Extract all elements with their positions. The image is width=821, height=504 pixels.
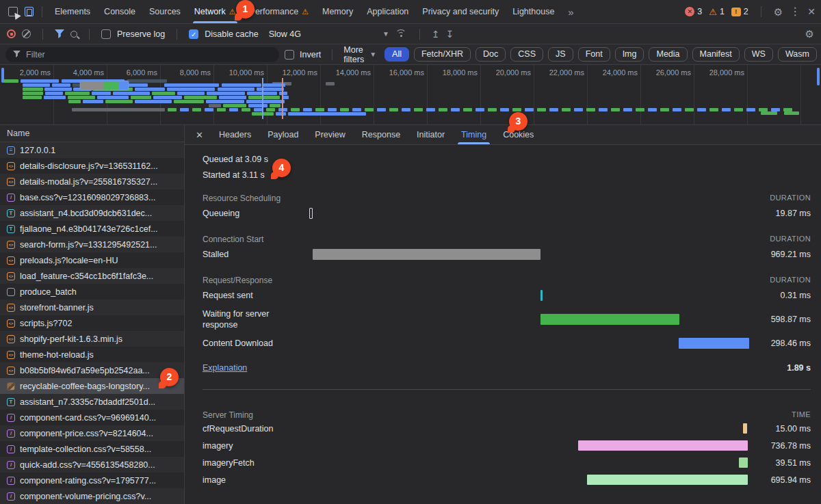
overview-scroll-indicator[interactable] <box>817 68 820 85</box>
network-settings-gear-icon[interactable]: ⚙ <box>805 29 814 39</box>
request-row[interactable]: /component-rating.css?v=1795777... <box>0 473 184 488</box>
panel-tab-application[interactable]: Application <box>360 0 415 23</box>
preserve-log-label[interactable]: Preserve log <box>117 29 165 39</box>
request-row[interactable]: <>shopify-perf-kit-1.6.3.min.js <box>0 331 184 347</box>
timeline-tick-label: 22,000 ms <box>535 68 584 77</box>
timing-value: 0.31 ms <box>781 291 811 300</box>
request-row[interactable]: <>scripts.js?702 <box>0 315 184 331</box>
network-conditions-icon[interactable] <box>395 29 408 38</box>
request-row[interactable]: <>theme-hot-reload.js <box>0 347 184 362</box>
panel-tab-console[interactable]: Console <box>97 0 142 23</box>
waterfall-dash <box>697 108 706 111</box>
disable-cache-label[interactable]: Disable cache <box>205 29 259 39</box>
network-overview-timeline[interactable]: 2,000 ms4,000 ms6,000 ms8,000 ms10,000 m… <box>0 65 821 125</box>
waterfall-dash <box>685 108 694 111</box>
filter-icon[interactable] <box>55 29 64 38</box>
detail-tab-timing[interactable]: Timing <box>454 125 494 144</box>
request-row[interactable]: <>b08b5bf84w6d7a59e5pb2542aa... <box>0 362 184 378</box>
request-row[interactable]: Tassistant_n7.3335c7bdaddf2501d... <box>0 394 184 410</box>
waterfall-bar <box>174 100 204 103</box>
request-row[interactable]: recyclable-coffee-bags-longstory... <box>0 378 184 394</box>
request-row[interactable]: /template-collection.css?v=58558... <box>0 441 184 457</box>
panel-tab-lighthouse[interactable]: Lighthouse <box>506 0 561 23</box>
request-row[interactable]: <>storefront-banner.js <box>0 300 184 315</box>
detail-tab-response[interactable]: Response <box>354 125 408 144</box>
waterfall-dash <box>242 108 250 111</box>
section-column-label: DURATION <box>770 194 811 203</box>
device-toolbar-icon[interactable] <box>25 7 34 16</box>
inspect-element-icon[interactable] <box>8 7 18 16</box>
started-at-text: Started at 3.11 s <box>203 170 821 180</box>
request-row[interactable]: <>details-modal.js?v=255816735327... <box>0 174 184 189</box>
disable-cache-checkbox[interactable]: ✓ <box>189 29 198 39</box>
detail-tab-headers[interactable]: Headers <box>211 125 259 144</box>
import-har-icon[interactable]: ↥ <box>432 29 440 39</box>
invert-label[interactable]: Invert <box>300 50 321 59</box>
filter-chip-font[interactable]: Font <box>578 47 610 62</box>
load-event-line <box>282 78 283 119</box>
detail-tab-initiator[interactable]: Initiator <box>409 125 452 144</box>
request-row[interactable]: /component-price.css?v=8214604... <box>0 425 184 441</box>
name-column-header[interactable]: Name <box>0 125 184 142</box>
waterfall-bar <box>257 88 284 91</box>
request-name: details-disclosure.js?v=136531162... <box>20 161 158 171</box>
filter-chip-fetch-xhr[interactable]: Fetch/XHR <box>414 47 471 62</box>
error-count[interactable]: ✕ 3 <box>685 7 702 16</box>
more-filters-caret-icon[interactable]: ▼ <box>369 51 376 58</box>
throttling-caret-icon[interactable]: ▼ <box>382 30 389 38</box>
panel-tab-elements[interactable]: Elements <box>48 0 97 23</box>
request-row[interactable]: <>search-form.js?v=1331295492521... <box>0 237 184 252</box>
filter-chip-all[interactable]: All <box>385 47 409 62</box>
filter-chip-wasm[interactable]: Wasm <box>778 47 817 62</box>
explanation-link[interactable]: Explanation <box>203 363 247 373</box>
record-network-log-button[interactable] <box>7 29 16 38</box>
more-filters-button[interactable]: More filters <box>343 45 364 64</box>
request-row[interactable]: ≡127.0.0.1 <box>0 142 184 158</box>
request-row[interactable]: Tfjallaone_n4.e3b041743e726c1cef... <box>0 221 184 237</box>
invert-checkbox[interactable] <box>285 50 294 59</box>
request-row[interactable]: produce_batch <box>0 284 184 300</box>
request-row[interactable]: /component-volume-pricing.css?v... <box>0 488 184 504</box>
filter-chip-ws[interactable]: WS <box>744 47 773 62</box>
kebab-menu-icon[interactable]: ⋮ <box>790 6 800 17</box>
filter-chip-media[interactable]: Media <box>649 47 687 62</box>
overview-scroll-indicator[interactable] <box>1 68 4 83</box>
request-row[interactable]: /quick-add.css?v=4556135458280... <box>0 457 184 473</box>
more-tabs-chevron-icon[interactable]: » <box>561 0 580 23</box>
request-row[interactable]: /component-card.css?v=96969140... <box>0 410 184 425</box>
request-row[interactable]: <>load_feature-c354cc1bc6f1fafc3e... <box>0 268 184 284</box>
filter-chip-js[interactable]: JS <box>548 47 573 62</box>
close-detail-icon[interactable]: ✕ <box>189 130 210 140</box>
filter-chip-doc[interactable]: Doc <box>475 47 506 62</box>
timeline-tick-label: 8,000 ms <box>161 68 211 77</box>
waterfall-bar <box>3 79 18 83</box>
request-row[interactable]: <>preloads.js?locale=en-HU <box>0 252 184 268</box>
search-icon[interactable] <box>70 31 77 38</box>
panel-tab-label: Elements <box>55 7 90 16</box>
clear-network-log-icon[interactable] <box>22 29 31 38</box>
waterfall-dash <box>266 108 275 111</box>
panel-tab-privacy-and-security[interactable]: Privacy and security <box>415 0 506 23</box>
throttling-select[interactable]: Slow 4G <box>269 29 301 39</box>
waterfall-bar <box>223 104 246 107</box>
filter-chip-manifest[interactable]: Manifest <box>692 47 740 62</box>
panel-tab-label: Console <box>104 7 135 16</box>
request-row[interactable]: /base.css?v=12316098029736883... <box>0 189 184 205</box>
close-devtools-icon[interactable]: ✕ <box>807 7 816 16</box>
export-har-icon[interactable]: ↧ <box>446 29 454 39</box>
panel-tab-memory[interactable]: Memory <box>315 0 360 23</box>
issues-count[interactable]: ! 2 <box>731 7 748 16</box>
settings-gear-icon[interactable]: ⚙ <box>774 7 783 17</box>
panel-tab-sources[interactable]: Sources <box>142 0 187 23</box>
detail-tab-payload[interactable]: Payload <box>260 125 306 144</box>
filter-input[interactable] <box>5 47 279 62</box>
request-row[interactable]: Tassistant_n4.bcd3d09dcb631dec... <box>0 205 184 221</box>
request-row[interactable]: <>details-disclosure.js?v=136531162... <box>0 158 184 174</box>
waterfall-dash <box>759 108 768 111</box>
filter-chip-img[interactable]: Img <box>615 47 644 62</box>
preserve-log-checkbox[interactable] <box>101 29 111 39</box>
warning-count[interactable]: ⚠ 1 <box>709 7 725 17</box>
filter-chip-css[interactable]: CSS <box>510 47 543 62</box>
detail-tab-preview[interactable]: Preview <box>307 125 352 144</box>
request-name: preloads.js?locale=en-HU <box>20 256 118 265</box>
